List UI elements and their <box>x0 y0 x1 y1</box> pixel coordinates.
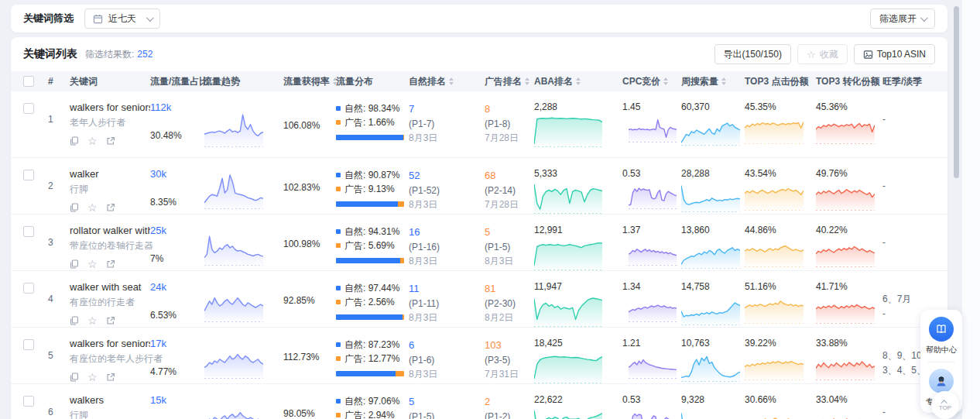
ad-rank-date: 7月28日 <box>485 198 534 211</box>
organic-rank[interactable]: 52 <box>409 170 485 181</box>
cpc-cell: 1.37 <box>622 225 681 266</box>
column-header-ad[interactable]: 广告排名 <box>485 75 534 88</box>
keyword-text[interactable]: walkers for seniors <box>70 101 150 113</box>
aba-sparkline <box>534 407 602 419</box>
favorite-icon[interactable]: ☆ <box>87 315 98 326</box>
keyword-text[interactable]: walker with seat <box>70 281 150 293</box>
favorite-icon[interactable]: ☆ <box>87 259 98 270</box>
favorite-icon[interactable]: ☆ <box>87 372 98 383</box>
ad-rank[interactable]: 5 <box>485 226 534 238</box>
table-row: 2 walker 行脚 ☆ 30k 8.35% 102.83% 自然: 90.8… <box>11 158 947 215</box>
ad-rank-cell: 8 (P1-8) 7月28日 <box>485 101 534 145</box>
help-center-button[interactable]: 帮助中心 <box>920 317 962 355</box>
sort-icon[interactable] <box>576 77 581 85</box>
keyword-translation: 有座位的行走者 <box>70 296 150 309</box>
filter-expand-button[interactable]: 筛选展开 <box>870 9 935 29</box>
sort-icon[interactable] <box>449 77 454 85</box>
ad-rank[interactable]: 8 <box>485 103 534 115</box>
column-header-cpc[interactable]: CPC竞价 <box>622 75 681 88</box>
conversion-share-cell: 33.04% <box>816 394 882 419</box>
column-header-weekly[interactable]: 周搜索量 <box>681 75 745 88</box>
ad-rank[interactable]: 81 <box>485 283 534 294</box>
column-header-organic[interactable]: 自然排名 <box>409 75 485 88</box>
traffic-value[interactable]: 17k <box>150 338 203 349</box>
organic-rank[interactable]: 7 <box>409 103 485 115</box>
sort-icon[interactable] <box>525 77 529 85</box>
traffic-value[interactable]: 25k <box>150 225 203 236</box>
organic-rank[interactable]: 6 <box>409 339 485 351</box>
organic-rank[interactable]: 5 <box>409 396 485 407</box>
ad-rank[interactable]: 68 <box>485 170 534 181</box>
traffic-value[interactable]: 30k <box>150 168 203 180</box>
keyword-text[interactable]: walker <box>70 168 150 180</box>
favorite-button[interactable]: ☆ 收藏 <box>797 44 848 64</box>
row-checkbox[interactable] <box>23 170 34 180</box>
distribution-bar <box>336 135 404 140</box>
keyword-text[interactable]: walkers <box>70 394 150 406</box>
share-icon[interactable] <box>106 373 115 382</box>
share-icon[interactable] <box>106 136 115 146</box>
column-header-traffic[interactable]: 流量/流量占比 <box>150 75 203 88</box>
column-header-rate[interactable]: 流量获得率 <box>283 75 336 88</box>
copy-icon[interactable] <box>70 136 79 146</box>
row-checkbox[interactable] <box>23 283 34 294</box>
row-checkbox[interactable] <box>23 103 34 114</box>
keyword-translation: 老年人步行者 <box>70 116 150 129</box>
traffic-cell: 30k 8.35% <box>150 168 203 208</box>
row-index: 3 <box>48 225 70 248</box>
distribution-cell: 自然: 97.06% 广告: 2.94% <box>336 394 409 419</box>
conversion-share-cell: 45.36% <box>816 101 882 144</box>
click-share-cell: 51.16% <box>745 281 816 324</box>
aba-sparkline <box>534 238 602 270</box>
export-button[interactable]: 导出(150/150) <box>714 44 791 64</box>
trend-sparkline <box>204 343 263 379</box>
row-checkbox[interactable] <box>23 396 34 407</box>
column-label-ad: 广告排名 <box>485 75 522 88</box>
distribution-bar <box>336 201 404 207</box>
copy-icon[interactable] <box>70 316 79 325</box>
help-center-label: 帮助中心 <box>920 345 962 355</box>
ad-rank[interactable]: 103 <box>485 339 534 351</box>
back-to-top-button[interactable]: TOP <box>931 391 959 419</box>
row-checkbox[interactable] <box>23 339 34 350</box>
traffic-value[interactable]: 24k <box>150 281 203 293</box>
row-checkbox[interactable] <box>23 226 34 237</box>
share-icon[interactable] <box>106 203 115 212</box>
ad-rank[interactable]: 2 <box>485 396 534 407</box>
organic-rank[interactable]: 16 <box>409 226 485 238</box>
ad-rank-date: 7月31日 <box>485 368 534 381</box>
copy-icon[interactable] <box>70 203 79 212</box>
traffic-value[interactable]: 15k <box>150 394 203 406</box>
organic-rank-date: 8月3日 <box>409 132 485 145</box>
top10-asin-button[interactable]: Top10 ASIN <box>854 44 935 64</box>
scrollbar-thumb[interactable] <box>954 6 959 178</box>
favorite-icon[interactable]: ☆ <box>87 202 98 213</box>
sort-icon[interactable] <box>721 77 726 85</box>
column-header-aba[interactable]: ABA排名 <box>534 75 622 88</box>
share-icon[interactable] <box>106 259 115 269</box>
date-range-select[interactable]: 近七天 <box>84 9 160 29</box>
sort-icon[interactable] <box>663 77 668 85</box>
keyword-text[interactable]: walkers for seniors w··· <box>70 338 150 349</box>
select-all-checkbox[interactable] <box>23 76 34 87</box>
row-index: 5 <box>48 338 70 361</box>
favorite-icon[interactable]: ☆ <box>87 136 98 146</box>
click-share-cell: 44.86% <box>745 225 816 267</box>
copy-icon[interactable] <box>70 259 79 269</box>
aba-rank-value: 12,991 <box>534 225 622 235</box>
share-icon[interactable] <box>106 316 115 325</box>
aba-sparkline <box>534 181 602 214</box>
favorite-label: 收藏 <box>820 48 838 61</box>
ad-dot <box>336 413 341 417</box>
ad-rank-cell: 5 (P1-5) 8月3日 <box>485 225 534 268</box>
keyword-text[interactable]: rollator walker with s··· <box>70 225 150 236</box>
copy-icon[interactable] <box>70 373 79 382</box>
organic-rank[interactable]: 11 <box>409 283 485 294</box>
row-checkbox-cell <box>23 281 48 297</box>
trend-sparkline <box>204 287 263 322</box>
organic-rank-date: 8月3日 <box>409 311 485 325</box>
keyword-translation: 行脚 <box>70 409 150 419</box>
acquisition-rate: 98.05% <box>283 408 336 419</box>
distribution-bar <box>336 258 404 263</box>
traffic-value[interactable]: 112k <box>150 101 203 113</box>
